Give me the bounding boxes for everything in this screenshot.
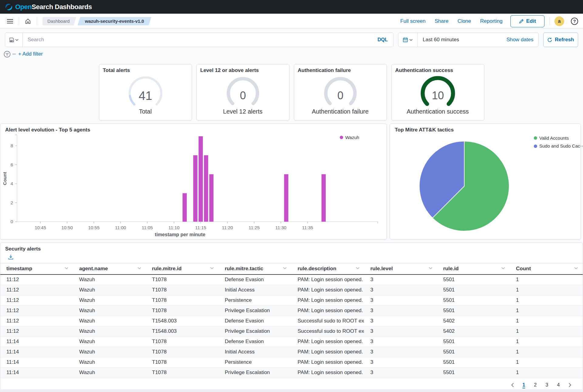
- dashboard-page: OpenSearch Dashboards Dashboard wazuh-se…: [0, 0, 583, 392]
- bar[interactable]: [209, 174, 213, 222]
- table-cell: 1: [510, 326, 583, 336]
- table-row: 11:14WazuhT1078Defense EvasionPAM: Login…: [0, 336, 583, 347]
- legend-item[interactable]: Sudo and Sudo Cac⋯: [534, 143, 583, 149]
- breadcrumb-dashboard[interactable]: Dashboard: [43, 17, 76, 26]
- card-title: Authentication success: [392, 64, 484, 73]
- filter-icon[interactable]: [4, 51, 11, 58]
- table-cell: Privilege Escalation: [219, 326, 292, 336]
- help-icon[interactable]: ?: [571, 18, 578, 25]
- svg-text:11:35: 11:35: [302, 225, 313, 230]
- svg-text:4: 4: [11, 181, 13, 186]
- previous-page-button[interactable]: [507, 380, 517, 390]
- gauge: 0 Authentication failure: [294, 73, 387, 115]
- query-language-button[interactable]: DQL: [372, 37, 393, 43]
- svg-text:Count: Count: [2, 172, 7, 185]
- column-header-count[interactable]: Count: [510, 263, 583, 275]
- table-cell: Wazuh: [73, 336, 146, 347]
- bar[interactable]: [182, 193, 187, 222]
- table-cell: T1078: [146, 347, 219, 357]
- bar[interactable]: [204, 155, 208, 222]
- column-header-agent-name[interactable]: agent.name: [73, 263, 146, 275]
- table-cell: PAM: Login session opened.: [292, 357, 364, 367]
- table-cell: 3: [364, 336, 437, 347]
- column-header-rule-level[interactable]: rule.level: [364, 263, 437, 275]
- table-cell: Defense Evasion: [219, 274, 292, 285]
- table-cell: 3: [364, 295, 437, 305]
- svg-text:10:45: 10:45: [35, 225, 46, 230]
- next-page-button[interactable]: [565, 380, 575, 390]
- table-cell: 3: [364, 367, 437, 378]
- legend-item[interactable]: Valid Accounts: [534, 135, 583, 141]
- table-cell: Wazuh: [73, 357, 146, 367]
- table-cell: PAM: Login session opened.: [292, 274, 364, 285]
- refresh-icon: [547, 37, 552, 43]
- column-header-rule-mitre-tactic[interactable]: rule.mitre.tactic: [219, 263, 292, 275]
- table-cell: 11:14: [0, 367, 73, 378]
- home-button[interactable]: [23, 16, 33, 26]
- bar[interactable]: [322, 174, 326, 222]
- table-cell: Privilege Escalation: [219, 367, 292, 378]
- bar[interactable]: [193, 155, 197, 222]
- column-header-rule-description[interactable]: rule.description: [292, 263, 364, 275]
- sort-chevron-icon: [283, 267, 287, 269]
- column-header-timestamp[interactable]: timestamp: [0, 263, 73, 275]
- column-header-rule-mitre-id[interactable]: rule.mitre.id: [146, 263, 219, 275]
- table-cell: T1078: [146, 367, 219, 378]
- table-cell: 11:14: [0, 347, 73, 357]
- page-button-2[interactable]: 2: [530, 380, 540, 390]
- table-cell: PAM: Login session opened.: [292, 347, 364, 357]
- table-cell: Initial Access: [219, 285, 292, 295]
- svg-text:8: 8: [11, 143, 13, 148]
- table-cell: PAM: Login session opened.: [292, 336, 364, 347]
- table-cell: 3: [364, 274, 437, 285]
- query-toolbar: DQL Last 60 minutes Show dates Refresh: [5, 32, 578, 47]
- breadcrumb: Dashboard wazuh-security-events-v1.0: [43, 17, 151, 26]
- search-input[interactable]: [23, 37, 372, 43]
- table-cell: 11:14: [0, 336, 73, 347]
- table-cell: 1: [510, 347, 583, 357]
- bar[interactable]: [284, 174, 288, 222]
- app-header: OpenSearch Dashboards: [0, 0, 583, 14]
- download-csv-button[interactable]: [8, 254, 13, 261]
- chevron-right-icon: [569, 383, 571, 387]
- sort-chevron-icon: [356, 267, 360, 269]
- menu-button[interactable]: [5, 16, 15, 26]
- saved-query-menu-button[interactable]: [5, 33, 23, 47]
- gauge-label: Total: [99, 108, 192, 115]
- page-button-1[interactable]: 1: [519, 380, 529, 390]
- share-link[interactable]: Share: [435, 18, 448, 24]
- svg-text:2: 2: [11, 200, 13, 205]
- edit-button[interactable]: Edit: [510, 15, 544, 27]
- show-dates-button[interactable]: Show dates: [506, 37, 538, 43]
- navbar-actions: Full screen Share Clone Reporting Edit a…: [391, 15, 578, 27]
- bar[interactable]: [199, 136, 203, 222]
- table-cell: 1: [510, 316, 583, 326]
- avatar[interactable]: a: [554, 16, 564, 26]
- svg-text:timestamp per minute: timestamp per minute: [155, 232, 205, 237]
- table-cell: 11:12: [0, 274, 73, 285]
- legend-item[interactable]: Wazuh: [340, 135, 359, 140]
- table-cell: 5402: [437, 316, 510, 326]
- sort-chevron-icon: [138, 267, 141, 269]
- time-range-value[interactable]: Last 60 minutes: [418, 37, 459, 43]
- chevron-down-icon: [409, 39, 413, 41]
- app-title: OpenSearch Dashboards: [15, 3, 92, 11]
- column-header-rule-id[interactable]: rule.id: [437, 263, 510, 275]
- table-cell: 5501: [437, 347, 510, 357]
- gauge-label: Authentication success: [392, 108, 484, 115]
- page-button-3[interactable]: 3: [542, 380, 552, 390]
- table-cell: 1: [510, 295, 583, 305]
- navbar: Dashboard wazuh-security-events-v1.0 Ful…: [0, 14, 583, 29]
- page-button-4[interactable]: 4: [554, 380, 563, 390]
- table-cell: Defense Evasion: [219, 316, 292, 326]
- refresh-button[interactable]: Refresh: [543, 32, 578, 47]
- svg-text:0: 0: [11, 219, 13, 224]
- divider: [19, 17, 19, 25]
- date-quick-select-button[interactable]: [398, 33, 418, 47]
- clone-link[interactable]: Clone: [458, 18, 471, 24]
- reporting-link[interactable]: Reporting: [480, 18, 503, 24]
- bar-chart[interactable]: 0246810:4510:5010:5511:0011:0511:1011:15…: [0, 124, 387, 239]
- add-filter-button[interactable]: + Add filter: [18, 51, 43, 57]
- table-cell: 5501: [437, 357, 510, 367]
- full-screen-link[interactable]: Full screen: [400, 18, 425, 24]
